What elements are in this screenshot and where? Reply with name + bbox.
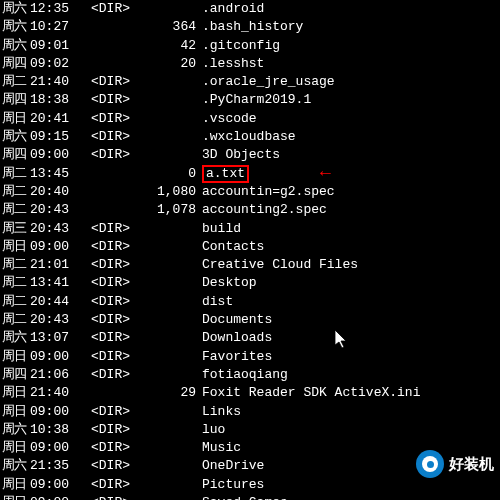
time-label: 21:01 — [26, 256, 76, 274]
time-label: 09:00 — [26, 238, 76, 256]
dir-marker: <DIR> — [76, 403, 136, 421]
file-row: 周四09:0220.lesshst — [0, 55, 500, 73]
file-name: accountin=g2.spec — [200, 183, 500, 201]
dir-marker: <DIR> — [76, 476, 136, 494]
dir-marker: <DIR> — [76, 128, 136, 146]
file-row: 周日09:00<DIR>Saved Games — [0, 494, 500, 500]
time-label: 20:43 — [26, 311, 76, 329]
dir-marker — [76, 55, 136, 73]
dir-marker: <DIR> — [76, 274, 136, 292]
dir-marker — [76, 201, 136, 219]
file-size — [136, 476, 200, 494]
file-name: .wxcloudbase — [200, 128, 500, 146]
day-label: 周二 — [0, 183, 26, 201]
file-size — [136, 91, 200, 109]
file-size — [136, 238, 200, 256]
day-label: 周二 — [0, 256, 26, 274]
dir-marker: <DIR> — [76, 91, 136, 109]
dir-marker: <DIR> — [76, 73, 136, 91]
time-label: 20:41 — [26, 110, 76, 128]
time-label: 09:00 — [26, 146, 76, 164]
dir-marker: <DIR> — [76, 366, 136, 384]
annotation-arrow: ← — [320, 163, 331, 183]
file-name: Desktop — [200, 274, 500, 292]
file-name: fotiaoqiang — [200, 366, 500, 384]
file-row: 周日09:00<DIR>Links — [0, 403, 500, 421]
file-name: .lesshst — [200, 55, 500, 73]
dir-marker: <DIR> — [76, 439, 136, 457]
day-label: 周六 — [0, 37, 26, 55]
time-label: 20:44 — [26, 293, 76, 311]
file-row: 周日09:00<DIR>Favorites — [0, 348, 500, 366]
time-label: 20:40 — [26, 183, 76, 201]
time-label: 09:00 — [26, 403, 76, 421]
day-label: 周二 — [0, 274, 26, 292]
time-label: 13:07 — [26, 329, 76, 347]
file-name: Saved Games — [200, 494, 500, 500]
watermark-logo-icon — [416, 450, 444, 478]
dir-marker: <DIR> — [76, 457, 136, 475]
time-label: 09:00 — [26, 494, 76, 500]
time-label: 09:00 — [26, 348, 76, 366]
dir-marker: <DIR> — [76, 0, 136, 18]
file-name: 3D Objects — [200, 146, 500, 164]
file-row: 周二20:431,078accounting2.spec — [0, 201, 500, 219]
file-name: .bash_history — [200, 18, 500, 36]
file-name: build — [200, 220, 500, 238]
file-row: 周六09:15<DIR>.wxcloudbase — [0, 128, 500, 146]
file-size — [136, 329, 200, 347]
file-name: Links — [200, 403, 500, 421]
file-row: 周二21:40<DIR>.oracle_jre_usage — [0, 73, 500, 91]
time-label: 18:38 — [26, 91, 76, 109]
time-label: 09:00 — [26, 476, 76, 494]
file-row: 周四18:38<DIR>.PyCharm2019.1 — [0, 91, 500, 109]
time-label: 20:43 — [26, 201, 76, 219]
file-name: a.txt — [200, 165, 500, 183]
day-label: 周日 — [0, 439, 26, 457]
dir-marker: <DIR> — [76, 329, 136, 347]
watermark-text: 好装机 — [449, 455, 494, 474]
dir-marker — [76, 183, 136, 201]
file-size: 1,078 — [136, 201, 200, 219]
file-name: Pictures — [200, 476, 500, 494]
file-size — [136, 220, 200, 238]
file-size — [136, 110, 200, 128]
file-row: 周日09:00<DIR>Contacts — [0, 238, 500, 256]
file-row: 周二20:43<DIR>Documents — [0, 311, 500, 329]
watermark: 好装机 — [416, 450, 494, 478]
file-size — [136, 0, 200, 18]
dir-marker: <DIR> — [76, 146, 136, 164]
dir-marker — [76, 18, 136, 36]
file-size — [136, 421, 200, 439]
time-label: 13:45 — [26, 165, 76, 183]
dir-marker — [76, 165, 136, 183]
file-name: Creative Cloud Files — [200, 256, 500, 274]
day-label: 周二 — [0, 311, 26, 329]
time-label: 21:35 — [26, 457, 76, 475]
time-label: 10:27 — [26, 18, 76, 36]
file-size — [136, 128, 200, 146]
file-row: 周日21:4029Foxit Reader SDK ActiveX.ini — [0, 384, 500, 402]
file-row: 周六10:38<DIR>luo — [0, 421, 500, 439]
day-label: 周四 — [0, 55, 26, 73]
day-label: 周日 — [0, 238, 26, 256]
file-size — [136, 366, 200, 384]
file-size: 20 — [136, 55, 200, 73]
file-size — [136, 457, 200, 475]
file-size — [136, 348, 200, 366]
time-label: 21:06 — [26, 366, 76, 384]
day-label: 周日 — [0, 384, 26, 402]
file-size — [136, 494, 200, 500]
file-size — [136, 403, 200, 421]
dir-marker: <DIR> — [76, 494, 136, 500]
terminal-output: 周六12:35<DIR>.android周六10:27364.bash_hist… — [0, 0, 500, 500]
day-label: 周六 — [0, 18, 26, 36]
file-size — [136, 73, 200, 91]
file-size: 364 — [136, 18, 200, 36]
day-label: 周二 — [0, 165, 26, 183]
file-row: 周二20:401,080accountin=g2.spec — [0, 183, 500, 201]
dir-marker — [76, 384, 136, 402]
file-row: 周六12:35<DIR>.android — [0, 0, 500, 18]
time-label: 13:41 — [26, 274, 76, 292]
file-size — [136, 293, 200, 311]
